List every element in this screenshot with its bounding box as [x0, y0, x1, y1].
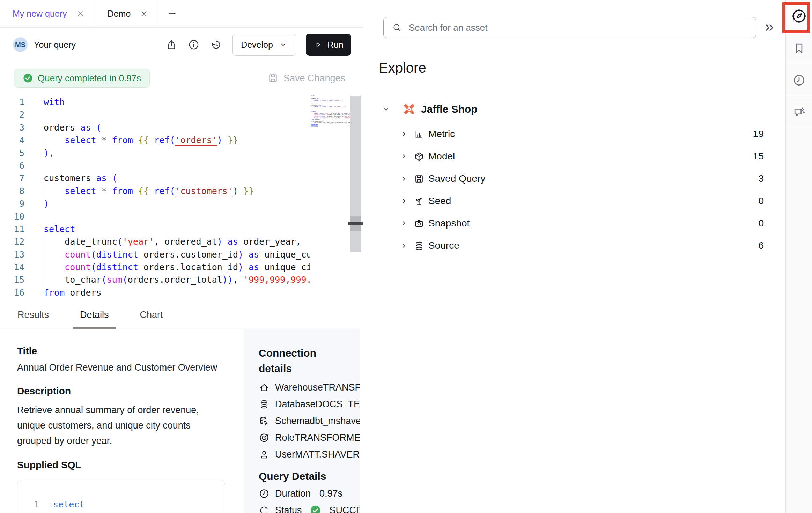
info-icon[interactable]: [188, 39, 200, 51]
tree-item-snapshot[interactable]: Snapshot0: [363, 212, 785, 235]
chevron-down-icon[interactable]: [382, 105, 391, 114]
code-line[interactable]: 7customers as (: [0, 172, 310, 185]
clock-icon: [792, 74, 806, 87]
code-line[interactable]: 14 count(distinct orders.location_id) as…: [0, 261, 310, 274]
code-line[interactable]: 8 select * from {{ ref('customers') }}: [0, 185, 310, 198]
line-number: 9: [0, 198, 24, 210]
tree-item-label: Seed: [428, 195, 451, 207]
toolbar-bookmarks-button[interactable]: [786, 32, 812, 64]
line-number: 16: [0, 287, 24, 299]
run-button[interactable]: Run: [306, 34, 351, 56]
chevron-right-icon[interactable]: [400, 219, 408, 228]
editor-tabbar: My new query Demo: [0, 0, 363, 28]
tree-item-count: 19: [753, 128, 764, 140]
search-input[interactable]: [409, 22, 723, 33]
tree-item-model[interactable]: Model15: [363, 145, 785, 168]
code-line[interactable]: 6: [0, 159, 310, 172]
query-completed-text: Query completed in 0.97s: [38, 73, 141, 84]
tree-item-count: 0: [758, 218, 764, 229]
details-panel: Title Annual Order Revenue and Customer …: [0, 329, 363, 513]
chevron-right-icon[interactable]: [400, 130, 408, 138]
editor-cursor-marker: [348, 222, 363, 225]
save-changes-button[interactable]: Save Changes: [267, 73, 345, 84]
line-number: 14: [0, 261, 24, 274]
code-line[interactable]: 4 select * from {{ ref('orders') }}: [0, 134, 310, 147]
explore-panel: Explore Jaffle Shop Metric19Model15Saved…: [363, 0, 785, 513]
connection-item-text: DatabaseDOCS_TEAM_: [275, 399, 360, 410]
tab-my-new-query[interactable]: My new query: [0, 0, 95, 27]
connection-item-text: RoleTRANSFORMER: [275, 432, 360, 443]
success-check-icon: [310, 505, 321, 513]
compass-icon: [791, 8, 807, 24]
sql-editor[interactable]: 1with23orders as (4 select * from {{ ref…: [0, 94, 363, 301]
connection-item-text: Schemadbt_mshaver: [275, 416, 360, 426]
line-number: 15: [0, 274, 24, 286]
saved-query-icon: [414, 173, 425, 184]
indent-guide: [44, 185, 44, 198]
tree-item-count: 0: [758, 195, 764, 207]
close-icon[interactable]: [76, 9, 85, 18]
code-line[interactable]: 3orders as (: [0, 121, 310, 134]
develop-label: Develop: [241, 40, 273, 50]
code-line[interactable]: 11select: [0, 223, 310, 236]
model-icon: [414, 151, 425, 162]
tab-details[interactable]: Details: [79, 301, 110, 329]
history-icon[interactable]: [210, 39, 222, 51]
explore-heading: Explore: [379, 60, 426, 76]
code-line[interactable]: 16from orders: [0, 287, 310, 299]
bookmark-icon: [792, 42, 806, 55]
tab-results[interactable]: Results: [17, 301, 50, 329]
connection-item-warehouse: WarehouseTRANSFORM: [259, 379, 360, 396]
duration-label: Duration: [275, 488, 311, 499]
code-line[interactable]: 13 count(distinct orders.customer_id) as…: [0, 248, 310, 261]
tree-item-metric[interactable]: Metric19: [363, 123, 785, 145]
query-title: Your query: [34, 40, 76, 50]
user-icon: [259, 449, 270, 460]
status-label: Status: [275, 505, 302, 513]
description-heading: Description: [17, 386, 243, 397]
code-line[interactable]: 2: [0, 109, 310, 121]
line-number: 8: [0, 185, 24, 198]
toolbar-assistant-button[interactable]: [786, 96, 812, 128]
develop-button[interactable]: Develop: [232, 34, 296, 56]
toolbar-history-button[interactable]: [786, 64, 812, 96]
code-line[interactable]: 12 date_trunc('year', ordered_at) as ord…: [0, 236, 310, 248]
collapse-panel-icon[interactable]: [763, 21, 776, 34]
code-line[interactable]: 5),: [0, 147, 310, 159]
status-row: Status SUCCESSFUL: [259, 502, 360, 513]
toolbar-explore-button[interactable]: [786, 0, 812, 32]
new-tab-button[interactable]: [158, 0, 186, 27]
run-label: Run: [327, 40, 344, 50]
query-completed-badge: Query completed in 0.97s: [14, 69, 150, 88]
chevron-right-icon[interactable]: [400, 241, 408, 250]
code-lines[interactable]: 1with23orders as (4 select * from {{ ref…: [0, 96, 310, 299]
query-header: MS Your query Develop Run: [0, 28, 363, 62]
minimap-line: select * from {{ ref('customers') }}: [311, 106, 350, 108]
tab-demo[interactable]: Demo: [95, 0, 159, 27]
connection-details-heading: Connection details: [259, 345, 339, 376]
editor-minimap[interactable]: withorders as ( select * from {{ ref('or…: [311, 95, 350, 129]
line-number: 2: [0, 109, 24, 121]
details-left-column: Title Annual Order Revenue and Customer …: [0, 329, 243, 513]
tree-item-seed[interactable]: Seed0: [363, 190, 785, 212]
tree-root-jaffle-shop[interactable]: Jaffle Shop: [363, 98, 785, 120]
connection-item-role: RoleTRANSFORMER: [259, 429, 360, 446]
tree-item-count: 15: [753, 151, 764, 162]
snapshot-icon: [414, 218, 425, 229]
code-line[interactable]: 10: [0, 210, 310, 223]
avatar: MS: [13, 37, 28, 52]
code-line[interactable]: 1with: [0, 96, 310, 109]
tab-chart[interactable]: Chart: [139, 301, 164, 329]
chevron-right-icon[interactable]: [400, 174, 408, 183]
code-line[interactable]: 9): [0, 198, 310, 210]
tree-item-source[interactable]: Source6: [363, 235, 785, 257]
asset-search[interactable]: [383, 17, 756, 38]
line-number: 12: [0, 236, 24, 248]
chevron-right-icon[interactable]: [400, 152, 408, 161]
share-icon[interactable]: [165, 39, 177, 51]
source-icon: [414, 240, 425, 251]
close-icon[interactable]: [140, 9, 148, 18]
code-line[interactable]: 15 to_char(sum(orders.order_total)), '99…: [0, 274, 310, 286]
chevron-right-icon[interactable]: [400, 197, 408, 205]
tree-item-saved-query[interactable]: Saved Query3: [363, 168, 785, 190]
